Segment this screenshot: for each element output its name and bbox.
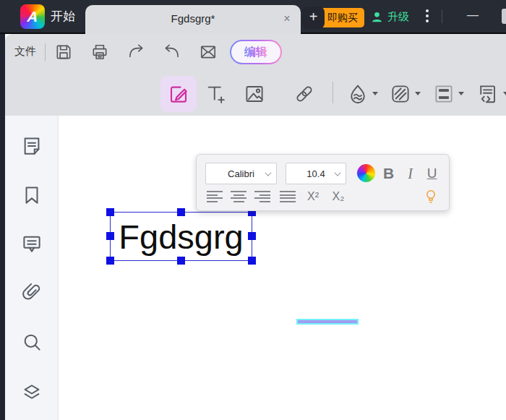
page-background-icon <box>390 83 411 105</box>
subscript-button[interactable]: X₂ <box>327 188 349 205</box>
titlebar: A 开始 Fgdsgrg* × 即购买 + 升级 — <box>0 0 506 34</box>
tab-home[interactable]: 开始 <box>46 0 80 33</box>
text-selection-box[interactable]: Fgdsgrg <box>110 212 252 261</box>
document-code-dropdown-icon[interactable] <box>503 92 506 95</box>
document-code-tool[interactable] <box>476 83 498 105</box>
upgrade-button[interactable]: 升级 <box>370 7 409 26</box>
undo-icon <box>163 43 181 61</box>
add-text-icon <box>205 83 226 105</box>
align-left-button[interactable] <box>207 191 223 203</box>
header-footer-icon <box>433 83 455 105</box>
header-footer-dropdown-icon[interactable] <box>458 92 464 95</box>
text-cursor-highlight[interactable] <box>296 319 359 325</box>
print-icon <box>90 43 109 61</box>
edit-mode-button[interactable]: 编辑 <box>230 40 282 64</box>
person-icon <box>370 10 384 24</box>
image-icon <box>244 83 265 105</box>
lightbulb-icon[interactable] <box>424 189 438 205</box>
superscript-button[interactable]: X² <box>302 188 324 205</box>
toolbar-divider <box>333 82 333 103</box>
watermark-tool[interactable] <box>347 83 369 105</box>
undo-button[interactable] <box>163 43 181 61</box>
window-left-edge <box>0 34 5 420</box>
app-logo-letter: A <box>27 9 39 25</box>
page-background-tool[interactable] <box>390 83 411 105</box>
toolbar-divider <box>45 43 46 61</box>
align-right-button[interactable] <box>254 191 270 203</box>
watermark-icon <box>347 83 369 105</box>
app-logo-icon[interactable]: A <box>20 4 45 29</box>
thumbnail-note-icon <box>21 135 43 157</box>
resize-handle-top-middle[interactable] <box>177 208 185 216</box>
sidebar-item-layers[interactable] <box>21 381 43 403</box>
font-size-value: 10.4 <box>306 168 325 179</box>
text-format-panel: Calibri 10.4 B I U X² X <box>196 154 450 211</box>
resize-handle-top-left[interactable] <box>106 208 114 216</box>
attachment-icon <box>21 281 43 303</box>
font-family-value: Calibri <box>228 168 254 179</box>
bold-button[interactable]: B <box>379 163 398 184</box>
sidebar-item-comments[interactable] <box>21 233 43 254</box>
redo-button[interactable] <box>126 43 145 61</box>
new-tab-button[interactable]: + <box>302 7 325 29</box>
resize-handle-bottom-right[interactable] <box>248 257 256 265</box>
watermark-dropdown-icon[interactable] <box>372 92 378 95</box>
chevron-down-icon <box>265 169 271 176</box>
upgrade-label: 升级 <box>387 10 409 24</box>
italic-button[interactable]: I <box>400 163 420 184</box>
sidebar-item-bookmarks[interactable] <box>21 184 43 206</box>
chevron-down-icon <box>334 169 340 176</box>
navigation-sidebar <box>5 116 59 420</box>
resize-handle-middle-right[interactable] <box>248 232 256 240</box>
tab-document-active[interactable]: Fgdsgrg* × <box>85 5 301 34</box>
maximize-button-partial[interactable] <box>502 9 506 24</box>
edit-text-tool-active[interactable] <box>160 76 197 112</box>
resize-handle-bottom-middle[interactable] <box>177 257 185 265</box>
document-code-icon <box>476 83 498 105</box>
save-button[interactable] <box>54 43 73 61</box>
tab-document-title: Fgdsgrg* <box>85 5 301 33</box>
titlebar-divider <box>442 9 442 23</box>
bookmark-icon <box>21 184 43 206</box>
pdf-editor-window: A 开始 Fgdsgrg* × 即购买 + 升级 — 文件 <box>0 0 506 420</box>
more-menu-icon[interactable] <box>423 9 432 22</box>
sidebar-item-notes[interactable] <box>21 135 43 157</box>
justify-button[interactable] <box>280 191 296 203</box>
selected-text[interactable]: Fgdsgrg <box>119 217 243 257</box>
file-menu[interactable]: 文件 <box>14 45 36 59</box>
minimize-button[interactable]: — <box>458 0 488 33</box>
image-tool[interactable] <box>244 83 265 105</box>
document-canvas[interactable]: Fgdsgrg Calibri 10.4 B I U <box>59 116 506 420</box>
add-text-tool[interactable] <box>205 83 226 105</box>
page-background-dropdown-icon[interactable] <box>415 92 421 95</box>
sidebar-item-attachments[interactable] <box>21 281 43 303</box>
header-footer-tool[interactable] <box>433 83 455 105</box>
close-tab-icon[interactable]: × <box>279 11 295 27</box>
save-icon <box>54 43 73 61</box>
sidebar-item-search[interactable] <box>21 331 43 353</box>
email-icon <box>199 43 218 61</box>
layers-icon <box>21 381 43 403</box>
link-icon <box>293 83 315 105</box>
font-family-select[interactable]: Calibri <box>205 163 277 184</box>
print-button[interactable] <box>90 43 109 61</box>
edit-mode-label: 编辑 <box>244 45 267 60</box>
align-center-button[interactable] <box>231 191 246 203</box>
resize-handle-bottom-left[interactable] <box>106 257 114 265</box>
comment-icon <box>21 233 43 254</box>
resize-handle-middle-left[interactable] <box>106 232 114 240</box>
redo-icon <box>126 43 145 61</box>
font-color-wheel-icon[interactable] <box>357 164 375 182</box>
search-icon <box>21 331 43 353</box>
email-button[interactable] <box>199 43 218 61</box>
underline-button[interactable]: U <box>422 163 442 184</box>
font-size-select[interactable]: 10.4 <box>286 163 346 184</box>
link-tool[interactable] <box>293 83 315 105</box>
edit-text-icon <box>168 83 189 105</box>
toolbar: 文件 <box>5 34 506 116</box>
